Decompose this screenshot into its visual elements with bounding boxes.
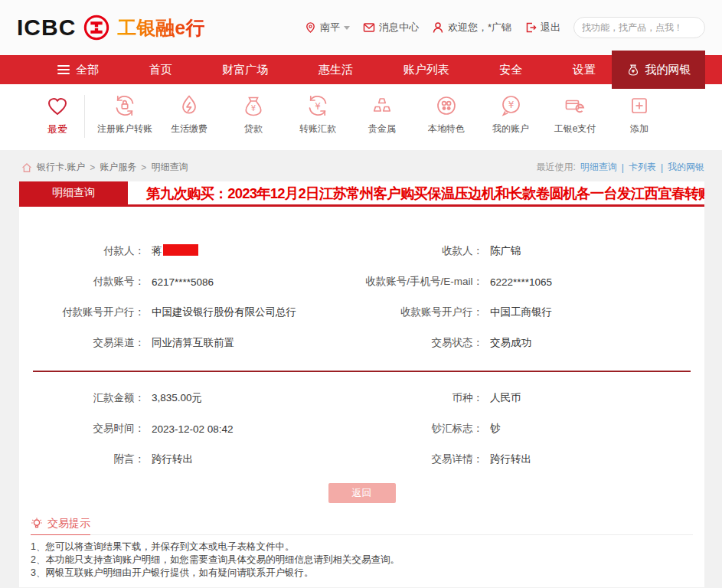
quick-item-favorites[interactable]: 最爱	[32, 93, 83, 135]
payer-bank-value: 中国建设银行股份有限公司总行	[152, 305, 345, 319]
quick-access-bar: 最爱 注册账户转账 生活缴费 ¥ 贷款 ¥ 转账汇款	[0, 84, 722, 150]
gold-bars-icon	[370, 93, 394, 118]
quick-item-my-account[interactable]: ¥ 我的账户	[479, 93, 543, 135]
money-bag-icon: ¥	[241, 93, 266, 118]
top-header: ICBC 工银融e行 南平 消息中心	[0, 0, 722, 55]
refresh-lock-icon	[113, 93, 137, 118]
welcome-label: 欢迎您，*广锦	[448, 21, 511, 34]
nav-item-all[interactable]: 全部	[57, 63, 99, 77]
tip-line: 3、网银互联账户明细由开户银行提供，如有疑问请联系开户银行。	[31, 567, 693, 580]
logout-button[interactable]: 退出	[524, 21, 560, 34]
breadcrumb-item-detail-query: 明细查询	[151, 161, 188, 174]
breadcrumb-divider: >	[141, 162, 146, 173]
status-label: 交易状态：	[345, 336, 490, 350]
payer-account-value: 6217****5086	[152, 276, 345, 288]
recent-links-divider: |	[661, 162, 663, 173]
time-value: 2023-12-02 08:42	[152, 423, 345, 435]
svg-text:¥: ¥	[315, 101, 321, 112]
channel-value: 同业清算互联前置	[152, 336, 345, 350]
nav-item-settings[interactable]: 设置	[573, 63, 596, 77]
payee-name-value: 陈广锦	[490, 244, 693, 258]
quick-item-label: 注册账户转账	[93, 123, 157, 135]
time-label: 交易时间：	[31, 422, 152, 436]
quick-item-label: 最爱	[32, 123, 83, 135]
back-button[interactable]: 返回	[328, 483, 396, 503]
vertical-divider	[84, 95, 85, 138]
table-row: 附言： 跨行转出 交易详情： 跨行转出	[19, 444, 704, 475]
nav-item-wealth[interactable]: 财富广场	[222, 63, 268, 77]
quick-item-transfer[interactable]: ¥ 转账汇款	[286, 93, 350, 135]
icbc-logo-icon	[83, 14, 110, 41]
search-box[interactable]	[573, 17, 705, 38]
section-divider	[33, 371, 691, 372]
payer-name-label: 付款人：	[31, 244, 152, 258]
cash-flag-label: 钞汇标志：	[345, 422, 490, 436]
quick-item-label: 工银e支付	[543, 123, 607, 135]
quick-item-loan[interactable]: ¥ 贷款	[221, 93, 286, 135]
lightbulb-icon	[31, 518, 43, 530]
svg-text:¥: ¥	[508, 100, 515, 110]
logout-icon	[524, 21, 537, 34]
currency-label: 币种：	[345, 391, 490, 405]
quick-item-precious-metals[interactable]: 贵金属	[350, 93, 414, 135]
search-input[interactable]	[582, 22, 701, 33]
welcome-user[interactable]: 欢迎您，*广锦	[432, 21, 511, 34]
quick-item-label: 转账汇款	[286, 123, 350, 135]
user-icon	[432, 21, 444, 34]
nav-item-my-ebank[interactable]: ¥ 我的网银	[612, 51, 705, 89]
yuan-bubble-icon: ¥	[498, 93, 523, 118]
tip-line: 2、本功能只支持查询账户明细，如您需要查询具体交易的明细信息请到相关交易查询。	[31, 554, 693, 567]
cash-flag-value: 钞	[490, 422, 693, 436]
icbc-logo-text: ICBC	[17, 15, 76, 41]
hamburger-icon	[57, 65, 70, 74]
amount-label: 汇款金额：	[31, 391, 152, 405]
circle-dots-icon	[434, 93, 459, 118]
quick-item-life-payment[interactable]: 生活缴费	[157, 93, 221, 135]
home-icon	[21, 162, 32, 173]
table-row: 汇款金额： 3,835.00元 币种： 人民币	[19, 383, 704, 413]
breadcrumb-item-account-service[interactable]: 账户服务	[100, 161, 136, 174]
breadcrumb-divider: >	[90, 162, 95, 173]
detail-label: 交易详情：	[345, 452, 490, 466]
status-value: 交易成功	[490, 336, 693, 350]
payee-bank-value: 中国工商银行	[490, 305, 693, 319]
chevron-down-icon	[344, 26, 350, 33]
quick-item-icbc-epay[interactable]: 工银e支付	[543, 93, 607, 135]
payee-name-label: 收款人：	[345, 244, 490, 258]
recent-links-divider: |	[622, 162, 624, 173]
envelope-icon	[363, 21, 375, 34]
transaction-tips: 交易提示 1、您可以将查询结果下载，并保存到文本或电子表格文件中。 2、本功能只…	[31, 517, 693, 580]
payee-account-label: 收款账号/手机号/E-mail：	[345, 275, 490, 289]
table-row: 付款人： 蒋 收款人： 陈广锦	[19, 236, 704, 266]
quick-item-local-features[interactable]: 本地特色	[414, 93, 479, 135]
plus-square-icon	[627, 93, 652, 118]
recent-used-label: 最近使用:	[536, 161, 575, 174]
message-center-link[interactable]: 消息中心	[363, 21, 419, 34]
payee-bank-label: 收款账号开户行：	[345, 305, 490, 319]
tab-detail-query[interactable]: 明细查询	[19, 181, 128, 204]
nav-item-security[interactable]: 安全	[499, 63, 522, 77]
recent-link-my-ebank[interactable]: 我的网银	[668, 161, 704, 174]
payee-account-value: 6222****1065	[490, 276, 693, 288]
nav-item-accounts[interactable]: 账户列表	[403, 63, 449, 77]
quick-item-add[interactable]: 添加	[607, 93, 671, 135]
payer-name-value: 蒋	[152, 244, 345, 258]
amount-value: 3,835.00元	[152, 391, 345, 405]
quick-item-label: 添加	[607, 123, 671, 135]
breadcrumb: 银行卡.账户 > 账户服务 > 明细查询 最近使用: 明细查询 | 卡列表 | …	[21, 161, 704, 174]
nav-my-ebank-label: 我的网银	[645, 63, 691, 77]
location-selector[interactable]: 南平	[305, 21, 350, 34]
recent-link-detail-query[interactable]: 明细查询	[580, 161, 617, 174]
tips-title-text: 交易提示	[47, 517, 90, 531]
recent-link-card-list[interactable]: 卡列表	[629, 161, 656, 174]
quick-item-registered-transfer[interactable]: 注册账户转账	[93, 93, 157, 135]
quick-item-label: 生活缴费	[157, 123, 221, 135]
quick-item-label: 我的账户	[479, 123, 543, 135]
detail-fields-bottom: 汇款金额： 3,835.00元 币种： 人民币 交易时间： 2023-12-02…	[19, 383, 704, 475]
brand-name: 工银融e行	[117, 15, 204, 41]
breadcrumb-item-bankcard[interactable]: 银行卡.账户	[37, 161, 85, 174]
quick-item-label: 本地特色	[414, 123, 479, 135]
tab-strip: 明细查询 第九次购买：2023年12月2日江苏常州客户购买保温压边机和长款卷圆机…	[19, 181, 704, 207]
nav-item-life[interactable]: 惠生活	[319, 63, 353, 77]
nav-item-home[interactable]: 首页	[149, 63, 172, 77]
